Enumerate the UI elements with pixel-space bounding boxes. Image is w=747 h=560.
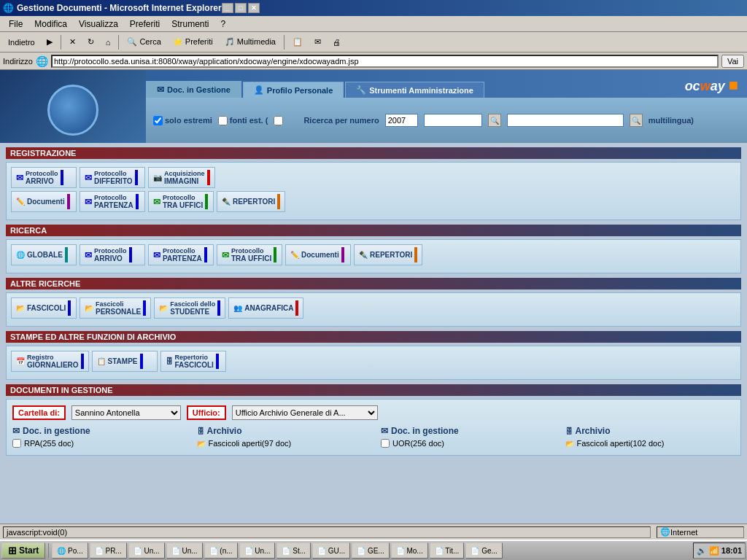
menu-strumenti[interactable]: Strumenti <box>166 18 214 31</box>
col1-envelope-icon <box>12 426 20 436</box>
start-button[interactable]: ⊞ Start <box>1 542 45 559</box>
clock: 18:01 <box>721 546 742 555</box>
favorites-btn[interactable]: ⭐ Preferiti <box>168 34 218 50</box>
search-year-input[interactable] <box>385 114 418 127</box>
prot-partenza-search-btn[interactable]: Protocollo PARTENZA <box>148 244 214 265</box>
fascicoli-studente-btn[interactable]: Fascicoli dello STUDENTE <box>154 298 225 319</box>
anagrafica-btn[interactable]: ANAGRAFICA <box>228 298 303 319</box>
multilingua-checkbox[interactable] <box>274 116 283 125</box>
close-btn[interactable]: ✕ <box>248 3 260 13</box>
tray-icons: 🔊 📶 <box>697 546 719 556</box>
protocollo-arrivo-btn[interactable]: Protocollo ARRIVO <box>11 167 77 188</box>
acquisizione-immagini-btn[interactable]: 📷 Acquisizione IMMAGINI <box>148 167 215 188</box>
solo-estremi-label: solo estremi <box>153 116 212 125</box>
doc-icon: ✏️ <box>16 198 25 206</box>
fasc-icon2: 📂 <box>197 440 206 448</box>
taskbar-item-6[interactable]: 📄 St... <box>276 542 311 559</box>
toolbar: Indietro ▶ ✕ ↻ ⌂ 🔍 Cerca ⭐ Preferiti 🎵 M… <box>0 32 747 52</box>
search-bar: solo estremi fonti est. ( Ricerca per nu… <box>146 98 747 143</box>
doc-gestione-content: Cartella di: Sannino Antonella Ufficio: … <box>6 399 741 456</box>
logo-graphic <box>47 85 98 136</box>
multimedia-btn[interactable]: 🎵 Multimedia <box>220 34 281 50</box>
prot-arrivo-search-btn[interactable]: Protocollo ARRIVO <box>80 244 145 265</box>
refresh-btn[interactable]: ↻ <box>82 34 99 50</box>
uor-checkbox[interactable] <box>381 439 390 448</box>
cartella-select[interactable]: Sannino Antonella <box>71 405 181 420</box>
windows-icon: ⊞ <box>8 545 17 556</box>
taskbar-item-5[interactable]: 📄 Un... <box>239 542 276 559</box>
back-btn[interactable]: Indietro <box>3 34 40 50</box>
prot-tra-uffici-search-btn[interactable]: Protocollo TRA UFFICI <box>217 244 282 265</box>
tab-profilo[interactable]: 👤 Profilo Personale <box>243 82 344 98</box>
menu-preferiti[interactable]: Preferiti <box>124 18 166 31</box>
fasc-pers-icon <box>85 304 93 312</box>
doc-gestione-header: DOCUMENTI IN GESTIONE <box>6 384 741 396</box>
stampe-btn[interactable]: STAMPE <box>92 351 158 372</box>
repertorio-fascicoli-btn[interactable]: Repertorio FASCICOLI <box>160 351 226 372</box>
address-input[interactable] <box>51 55 719 68</box>
taskbar-item-7[interactable]: 📄 GU... <box>312 542 350 559</box>
taskbar-item-1[interactable]: 📄 PR... <box>90 542 127 559</box>
uor-doc-item: UOR(256 doc) <box>392 439 444 448</box>
fascicoli-btn[interactable]: FASCICOLI <box>11 298 77 319</box>
col3-envelope-icon <box>381 426 388 436</box>
print-btn[interactable]: 🖨 <box>328 34 346 50</box>
documenti-search-btn[interactable]: ✏️ Documenti <box>285 244 351 265</box>
taskbar-item-11[interactable]: 📄 Ge... <box>465 542 502 559</box>
menu-visualizza[interactable]: Visualizza <box>73 18 124 31</box>
globale-btn[interactable]: GLOBALE <box>11 244 77 265</box>
menu-modifica[interactable]: Modifica <box>28 18 73 31</box>
strumenti-icon: 🔧 <box>356 85 366 95</box>
fascicoli-personale-btn[interactable]: Fascicoli PERSONALE <box>80 298 151 319</box>
rpa-checkbox[interactable] <box>12 439 21 448</box>
mail-btn[interactable]: ✉ <box>309 34 326 50</box>
protocollo-differito-btn[interactable]: Protocollo DIFFERITO <box>80 167 145 188</box>
rep-fasc-icon <box>166 357 173 365</box>
altre-ricerche-content: FASCICOLI Fascicoli PERSONALE Fascicoli … <box>6 292 741 327</box>
home-btn[interactable]: ⌂ <box>101 34 116 50</box>
taskbar-item-8[interactable]: 📄 GE... <box>352 542 390 559</box>
search-num-input[interactable] <box>424 114 482 127</box>
search-go-btn[interactable]: 🔍 <box>488 114 501 127</box>
search-secondary-btn[interactable]: 🔍 <box>630 114 643 127</box>
taskbar-item-0[interactable]: 🌐 Po... <box>52 542 88 559</box>
taskbar-item-4[interactable]: 📄 (n... <box>204 542 238 559</box>
ufficio-select[interactable]: Ufficio Archivio Generale di A... <box>232 405 378 420</box>
taskbar-item-10[interactable]: 📄 Tit... <box>430 542 465 559</box>
tab-doc-gestione[interactable]: Doc. in Gestione <box>146 81 241 98</box>
go-btn[interactable]: Vai <box>721 55 744 68</box>
protocollo-tra-uffici-btn[interactable]: Protocollo TRA UFFICI <box>148 191 214 212</box>
repertori-search-btn[interactable]: ✒️ REPERTORI <box>354 244 422 265</box>
registro-giornaliero-btn[interactable]: Registro GIORNALIERO <box>11 351 89 372</box>
forward-btn[interactable]: ▶ <box>42 34 58 50</box>
menu-help[interactable]: ? <box>215 18 232 31</box>
window-controls[interactable]: _ □ ✕ <box>222 3 260 13</box>
history-btn[interactable]: 📋 <box>287 34 308 50</box>
cartella-label: Cartella di: <box>12 405 66 420</box>
search-btn-toolbar[interactable]: 🔍 Cerca <box>122 34 166 50</box>
tab-strumenti[interactable]: 🔧 Strumenti Amministrazione <box>345 82 484 98</box>
registrazione-content: Protocollo ARRIVO Protocollo DIFFERITO 📷 <box>6 162 741 220</box>
taskbar-item-9[interactable]: 📄 Mo... <box>391 542 428 559</box>
taskbar-item-2[interactable]: 📄 Un... <box>128 542 165 559</box>
fasc-aperti2-item: Fascicoli aperti(102 doc) <box>577 439 665 448</box>
solo-estremi-checkbox[interactable] <box>153 116 163 125</box>
prot-part-s-icon <box>153 250 160 260</box>
menu-file[interactable]: File <box>3 18 28 31</box>
ufficio-label: Ufficio: <box>187 405 226 420</box>
address-icon: 🌐 <box>36 55 48 67</box>
repertori-reg-btn[interactable]: ✒️ REPERTORI <box>217 191 285 212</box>
documenti-reg-btn[interactable]: ✏️ Documenti <box>11 191 77 212</box>
protocollo-partenza-btn[interactable]: Protocollo PARTENZA <box>80 191 145 212</box>
zone-icon: 🌐 <box>660 527 670 537</box>
search-secondary-input[interactable] <box>507 114 624 127</box>
minimize-btn[interactable]: _ <box>222 3 233 13</box>
taskbar-item-3[interactable]: 📄 Un... <box>166 542 203 559</box>
fasc-aperti-item: Fascicoli aperti(97 doc) <box>209 439 292 448</box>
statusbar: javascript:void(0) 🌐 Internet <box>0 524 747 540</box>
fonti-est-checkbox[interactable] <box>218 116 228 125</box>
stop-btn[interactable]: ✕ <box>64 34 81 50</box>
maximize-btn[interactable]: □ <box>235 3 247 13</box>
reg-icon <box>16 357 25 365</box>
multilingua-text: multilingua) <box>649 116 694 125</box>
